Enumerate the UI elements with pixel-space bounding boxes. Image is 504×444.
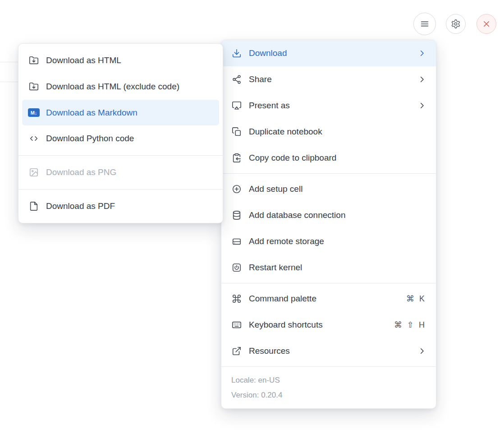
menu-item-label: Command palette bbox=[249, 294, 399, 304]
menu-item-resources[interactable]: Resources bbox=[221, 338, 436, 364]
restart-kernel-icon bbox=[231, 262, 242, 273]
menu-item-label: Download as HTML bbox=[46, 56, 213, 65]
gear-icon bbox=[451, 19, 461, 29]
share-icon bbox=[231, 74, 242, 85]
locale-text: Locale: en-US bbox=[231, 373, 426, 388]
add-cell-icon bbox=[231, 184, 242, 194]
menu-item-label: Keyboard shortcuts bbox=[249, 320, 387, 330]
settings-button[interactable] bbox=[446, 14, 466, 34]
submenu-item-download-png[interactable]: Download as PNG bbox=[18, 159, 223, 185]
menu-item-present-as[interactable]: Present as bbox=[221, 92, 436, 119]
submenu-item-download-pdf[interactable]: Download as PDF bbox=[18, 193, 223, 219]
menu-item-label: Duplicate notebook bbox=[249, 127, 426, 137]
menu-group-cells: Add setup cell Add database connection bbox=[221, 174, 436, 283]
storage-icon bbox=[231, 236, 242, 247]
hamburger-icon bbox=[420, 19, 430, 29]
duplicate-icon bbox=[231, 126, 242, 137]
submenu-group-png: Download as PNG bbox=[18, 156, 223, 189]
menu-item-label: Restart kernel bbox=[249, 263, 426, 273]
notebook-menu-button[interactable] bbox=[413, 13, 436, 35]
submenu-group-pdf: Download as PDF bbox=[18, 190, 223, 223]
version-text: Version: 0.20.4 bbox=[231, 388, 426, 402]
submenu-item-download-html-exclude-code[interactable]: Download as HTML (exclude code) bbox=[18, 74, 223, 100]
menu-item-label: Add setup cell bbox=[249, 184, 426, 194]
menu-item-label: Share bbox=[249, 74, 411, 84]
menu-item-label: Resources bbox=[249, 346, 411, 356]
menu-item-share[interactable]: Share bbox=[221, 66, 436, 92]
shortcut-hint: ⌘ K bbox=[406, 294, 426, 304]
folder-download-icon bbox=[28, 55, 39, 66]
external-link-icon bbox=[231, 346, 242, 356]
menu-item-label: Download as Markdown bbox=[46, 108, 213, 118]
menu-item-label: Present as bbox=[249, 101, 411, 111]
menu-group-notebook: Download Share bbox=[221, 40, 436, 173]
menu-footer: Locale: en-US Version: 0.20.4 bbox=[221, 367, 436, 408]
close-button[interactable] bbox=[477, 14, 496, 34]
database-icon bbox=[231, 210, 242, 221]
present-icon bbox=[231, 100, 242, 111]
submenu-item-download-python-code[interactable]: Download Python code bbox=[18, 125, 223, 152]
menu-item-keyboard-shortcuts[interactable]: Keyboard shortcuts ⌘ ⇧ H bbox=[221, 312, 436, 338]
submenu-group-formats: Download as HTML Download as HTML (exclu… bbox=[18, 44, 223, 155]
menu-item-label: Download as HTML (exclude code) bbox=[46, 82, 213, 92]
background-cell-border bbox=[0, 62, 18, 82]
chevron-right-icon bbox=[418, 347, 426, 355]
command-icon bbox=[231, 293, 242, 304]
chevron-right-icon bbox=[418, 49, 426, 57]
menu-item-duplicate-notebook[interactable]: Duplicate notebook bbox=[221, 119, 436, 145]
menu-item-label: Add remote storage bbox=[249, 236, 426, 246]
keyboard-icon bbox=[231, 319, 242, 330]
menu-item-copy-code[interactable]: Copy code to clipboard bbox=[221, 145, 436, 171]
download-icon bbox=[231, 48, 242, 59]
menu-item-add-database-connection[interactable]: Add database connection bbox=[221, 202, 436, 228]
chevron-right-icon bbox=[418, 75, 426, 83]
download-submenu: Download as HTML Download as HTML (exclu… bbox=[18, 43, 223, 223]
menu-item-label: Copy code to clipboard bbox=[249, 153, 426, 163]
menu-item-label: Download Python code bbox=[46, 134, 213, 143]
submenu-item-download-html[interactable]: Download as HTML bbox=[18, 47, 223, 74]
menu-item-add-setup-cell[interactable]: Add setup cell bbox=[221, 176, 436, 202]
menu-item-command-palette[interactable]: Command palette ⌘ K bbox=[221, 286, 436, 312]
close-icon bbox=[482, 20, 490, 28]
menu-item-add-remote-storage[interactable]: Add remote storage bbox=[221, 228, 436, 254]
image-icon bbox=[28, 167, 39, 178]
file-icon bbox=[28, 201, 39, 212]
menu-item-label: Download as PNG bbox=[46, 167, 213, 177]
menu-item-label: Add database connection bbox=[249, 210, 426, 220]
chevron-right-icon bbox=[418, 102, 426, 110]
menu-item-download[interactable]: Download bbox=[221, 40, 436, 66]
submenu-item-download-markdown[interactable]: M↓ Download as Markdown bbox=[22, 100, 219, 125]
menu-item-label: Download as PDF bbox=[46, 201, 213, 211]
notebook-actions-menu: Download Share bbox=[221, 40, 436, 409]
menu-item-label: Download bbox=[249, 48, 411, 58]
code-icon bbox=[28, 133, 39, 144]
folder-download-icon bbox=[28, 81, 39, 92]
menu-group-help: Command palette ⌘ K Keyboard shortcuts ⌘… bbox=[221, 283, 436, 366]
markdown-icon: M↓ bbox=[28, 107, 39, 118]
menu-item-restart-kernel[interactable]: Restart kernel bbox=[221, 254, 436, 281]
clipboard-copy-icon bbox=[231, 153, 242, 163]
shortcut-hint: ⌘ ⇧ H bbox=[394, 320, 426, 330]
